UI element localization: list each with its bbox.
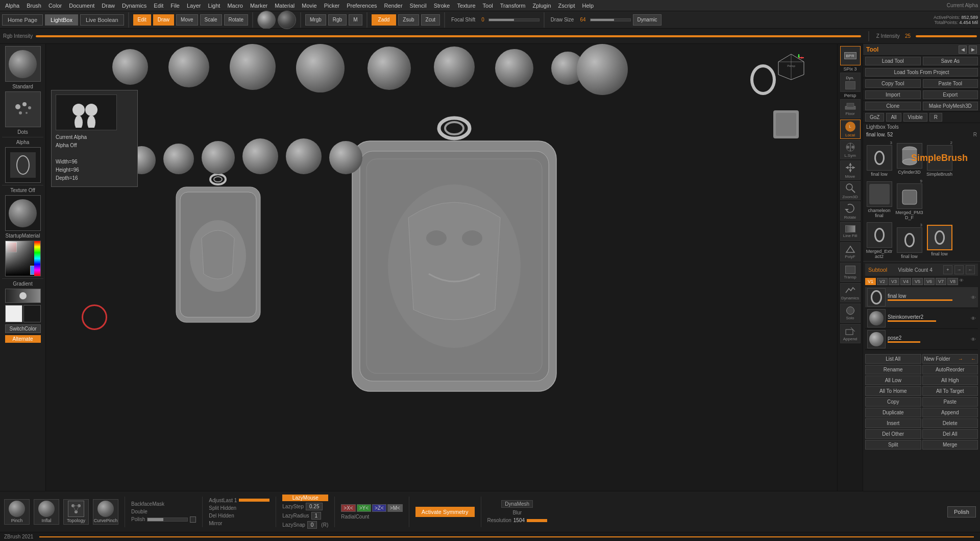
- menu-transform[interactable]: Transform: [497, 2, 529, 10]
- tool-thumb-merged-extract2[interactable]: Merged_Extract2: [865, 222, 893, 259]
- menu-movie[interactable]: Movie: [299, 2, 320, 10]
- menu-preferences[interactable]: Preferences: [344, 2, 380, 10]
- menu-stencil[interactable]: Stencil: [407, 2, 430, 10]
- m-btn[interactable]: M: [349, 14, 362, 26]
- adjust-last-slider[interactable]: [239, 499, 270, 502]
- split-btn[interactable]: Split: [865, 440, 921, 450]
- subtool-item-0[interactable]: final low 👁: [865, 287, 978, 308]
- del-all-btn[interactable]: Del All: [922, 429, 978, 439]
- subtool-eye-0[interactable]: 👁: [971, 295, 976, 300]
- local-btn[interactable]: L Local: [840, 120, 861, 139]
- menu-document[interactable]: Document: [66, 2, 97, 10]
- transp-btn[interactable]: Transp: [840, 263, 861, 282]
- tool-collapse-btn[interactable]: ◀: [959, 45, 967, 54]
- polish-slider[interactable]: [147, 518, 188, 522]
- y-axis-btn[interactable]: >Y<: [357, 504, 371, 512]
- rename-btn[interactable]: Rename: [865, 365, 921, 374]
- menu-tool[interactable]: Tool: [480, 2, 496, 10]
- v3-btn[interactable]: V3: [889, 278, 899, 285]
- pinch-btn[interactable]: Pinch: [4, 499, 30, 525]
- v2-btn[interactable]: V2: [877, 278, 888, 285]
- canvas-area[interactable]: Current Alpha Alpha Off Width=96 Height=…: [46, 44, 837, 491]
- gradient-preview[interactable]: [5, 289, 41, 303]
- standard-brush-preview[interactable]: [5, 46, 41, 82]
- texture-preview[interactable]: [5, 195, 41, 231]
- subtool-add-btn[interactable]: +: [943, 265, 952, 274]
- tool-thumb-chameleon[interactable]: chameleon final: [865, 181, 893, 218]
- load-tool-btn[interactable]: Load Tool: [865, 57, 921, 65]
- clone-btn[interactable]: Clone: [865, 102, 921, 110]
- list-all-btn[interactable]: List All: [865, 354, 921, 364]
- make-polymesh3d-btn[interactable]: Make PolyMesh3D: [923, 102, 978, 110]
- rotate-btn[interactable]: Rotate: [224, 14, 248, 26]
- menu-zplugin[interactable]: Zplugin: [529, 2, 554, 10]
- menu-texture[interactable]: Texture: [454, 2, 478, 10]
- texture-sphere[interactable]: [278, 11, 296, 29]
- line-fill-btn[interactable]: Line Fill: [840, 222, 861, 241]
- menu-marker[interactable]: Marker: [247, 2, 271, 10]
- copy-btn[interactable]: Copy: [865, 397, 921, 407]
- v6-btn[interactable]: V6: [924, 278, 935, 285]
- auto-reorder-btn[interactable]: AutoReorder: [922, 365, 978, 374]
- resolution-slider[interactable]: [527, 519, 547, 522]
- solo-btn[interactable]: Solo: [840, 303, 861, 323]
- z-intensity-bar[interactable]: [916, 35, 977, 37]
- export-btn[interactable]: Export: [923, 90, 978, 99]
- menu-macro[interactable]: Macro: [224, 2, 246, 10]
- all-to-target-btn[interactable]: All To Target: [922, 386, 978, 396]
- menu-render[interactable]: Render: [381, 2, 406, 10]
- all-high-btn[interactable]: All High: [922, 375, 978, 385]
- draw-btn[interactable]: Draw: [153, 14, 174, 26]
- foreground-color[interactable]: [5, 305, 22, 322]
- x-axis-btn[interactable]: >X<: [341, 504, 355, 512]
- visible-btn[interactable]: Visible: [903, 113, 927, 122]
- menu-edit[interactable]: Edit: [151, 2, 166, 10]
- tool-thumb-merged-pm3d[interactable]: 9 Merged_PM3D_F: [895, 179, 923, 220]
- topology-btn[interactable]: Topology: [63, 499, 89, 525]
- menu-layer[interactable]: Layer: [184, 2, 204, 10]
- r-btn[interactable]: R: [929, 113, 942, 122]
- alternate-btn[interactable]: Alternate: [5, 335, 41, 343]
- menu-material[interactable]: Material: [272, 2, 298, 10]
- all-to-home-btn[interactable]: All To Home: [865, 386, 921, 396]
- material-sphere[interactable]: [257, 11, 276, 29]
- new-folder-btn[interactable]: New Folder → ←: [922, 354, 978, 364]
- all-btn[interactable]: All: [886, 113, 901, 122]
- menu-file[interactable]: File: [167, 2, 183, 10]
- subtool-item-1[interactable]: Steinkonverter2 👁: [865, 308, 978, 329]
- activate-symmetry-btn[interactable]: Activate Symmetry: [415, 507, 475, 517]
- v1-btn[interactable]: V1: [865, 278, 876, 285]
- focal-shift-slider[interactable]: [488, 18, 540, 21]
- switch-color-btn[interactable]: SwitchColor: [5, 324, 41, 333]
- nav-cube[interactable]: Persp: [776, 52, 806, 83]
- draw-size-slider[interactable]: [590, 18, 631, 21]
- menu-zscript[interactable]: Zscript: [555, 2, 578, 10]
- v8-btn[interactable]: V8: [947, 278, 958, 285]
- append-icon-btn[interactable]: Append: [840, 324, 861, 343]
- zadd-btn[interactable]: Zadd: [372, 14, 397, 26]
- zoom3d-btn[interactable]: Zoom3D: [840, 181, 861, 200]
- all-low-btn[interactable]: All Low: [865, 375, 921, 385]
- dynamic-icon-btn[interactable]: Dyn.: [840, 73, 861, 92]
- dynamics-icon-btn[interactable]: Dynamics: [840, 283, 861, 302]
- v7-btn[interactable]: V7: [936, 278, 946, 285]
- subtool-remove-btn[interactable]: ←: [966, 265, 975, 274]
- bpr-btn[interactable]: BPR: [840, 46, 861, 65]
- goz-btn[interactable]: GoZ: [865, 113, 884, 122]
- menu-help[interactable]: Help: [579, 2, 597, 10]
- menu-draw[interactable]: Draw: [99, 2, 118, 10]
- m-axis-btn[interactable]: >M<: [387, 504, 403, 512]
- polish-lock-icon[interactable]: [190, 516, 196, 523]
- rotate-icon-btn[interactable]: Rotate: [840, 201, 861, 221]
- zsub-btn[interactable]: Zsub: [398, 14, 419, 26]
- live-boolean-btn[interactable]: Live Boolean: [80, 14, 124, 26]
- delete-btn[interactable]: Delete: [922, 418, 978, 428]
- load-tools-from-project-btn[interactable]: Load Tools From Project: [865, 68, 978, 77]
- zcut-btn[interactable]: Zcut: [421, 14, 440, 26]
- scale-btn[interactable]: Scale: [200, 14, 222, 26]
- v5-btn[interactable]: V5: [912, 278, 923, 285]
- import-btn[interactable]: Import: [865, 90, 921, 99]
- paste-tool-btn[interactable]: Paste Tool: [923, 79, 978, 88]
- dynamic-btn[interactable]: Dynamic: [633, 14, 662, 26]
- menu-alpha[interactable]: Alpha: [2, 2, 22, 10]
